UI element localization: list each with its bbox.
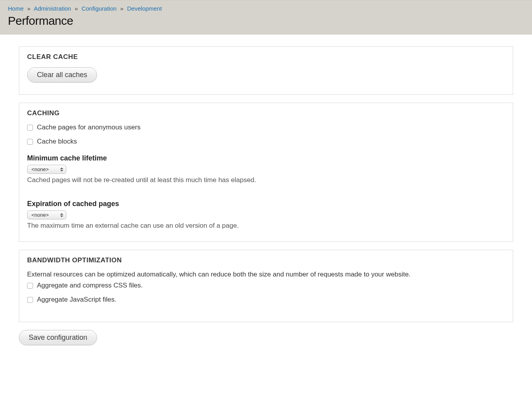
main-content: CLEAR CACHE Clear all caches CACHING Cac… bbox=[0, 35, 532, 353]
clear-cache-panel: CLEAR CACHE Clear all caches bbox=[19, 46, 513, 95]
page-title: Performance bbox=[8, 14, 524, 28]
save-configuration-button[interactable]: Save configuration bbox=[19, 330, 97, 345]
expiration-description: The maximum time an external cache can u… bbox=[27, 222, 505, 230]
caching-panel: CACHING Cache pages for anonymous users … bbox=[19, 103, 513, 242]
cache-pages-checkbox[interactable] bbox=[27, 125, 33, 131]
aggregate-css-label[interactable]: Aggregate and compress CSS files. bbox=[37, 282, 143, 289]
caching-heading: CACHING bbox=[27, 109, 505, 117]
aggregate-css-checkbox[interactable] bbox=[27, 283, 33, 289]
breadcrumb: Home » Administration » Configuration » … bbox=[8, 5, 524, 12]
breadcrumb-separator: » bbox=[75, 5, 78, 12]
bandwidth-panel: BANDWIDTH OPTIMIZATION External resource… bbox=[19, 250, 513, 322]
aggregate-js-checkbox[interactable] bbox=[27, 297, 33, 303]
breadcrumb-separator: » bbox=[120, 5, 123, 12]
breadcrumb-separator: » bbox=[27, 5, 30, 12]
clear-cache-heading: CLEAR CACHE bbox=[27, 53, 505, 61]
cache-blocks-checkbox[interactable] bbox=[27, 139, 33, 145]
breadcrumb-link-home[interactable]: Home bbox=[8, 5, 24, 12]
cache-blocks-label[interactable]: Cache blocks bbox=[37, 138, 77, 146]
cache-pages-label[interactable]: Cache pages for anonymous users bbox=[37, 123, 141, 131]
expiration-label: Expiration of cached pages bbox=[27, 200, 505, 208]
bandwidth-heading: BANDWIDTH OPTIMIZATION bbox=[27, 256, 505, 264]
aggregate-js-label[interactable]: Aggregate JavaScript files. bbox=[37, 296, 116, 304]
clear-all-caches-button[interactable]: Clear all caches bbox=[27, 67, 97, 83]
breadcrumb-link-administration[interactable]: Administration bbox=[34, 5, 71, 12]
min-lifetime-description: Cached pages will not be re-created unti… bbox=[27, 176, 505, 184]
page-header: Home » Administration » Configuration » … bbox=[0, 0, 532, 35]
bandwidth-intro: External resources can be optimized auto… bbox=[27, 271, 505, 278]
min-lifetime-select[interactable]: <none> bbox=[27, 165, 66, 174]
min-lifetime-label: Minimum cache lifetime bbox=[27, 154, 505, 162]
expiration-select[interactable]: <none> bbox=[27, 210, 66, 219]
breadcrumb-link-configuration[interactable]: Configuration bbox=[82, 5, 117, 12]
breadcrumb-link-development[interactable]: Development bbox=[127, 5, 162, 12]
